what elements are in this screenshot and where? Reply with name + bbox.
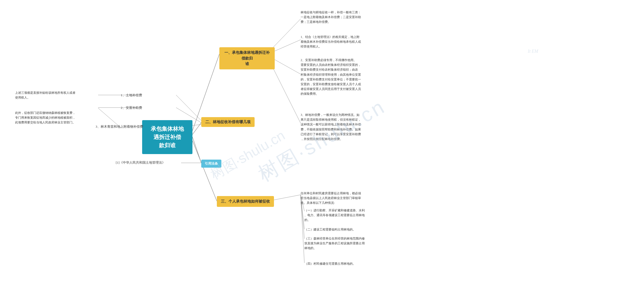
svg-line-2 (192, 137, 201, 163)
node2-label: 二、林地征收补偿有哪几项 (205, 120, 251, 124)
right-block5: 任何单位和村民建房需要征占用林地，都必须 经当地县级以上人民政府林业主管部门审核… (301, 191, 361, 206)
sub-item-seedling-fee: 3、林木青苗和地上附着物补偿费 (96, 124, 143, 129)
sub3-label: 3、林木青苗和地上附着物补偿费 (96, 125, 143, 128)
rblock4-label: 3、林地补偿费，一般来说分为两种情况。如 果只是流转取得林地使用权，但没有林权证… (301, 113, 361, 141)
sub1-label: 1、土地补偿费 (121, 93, 142, 97)
lefttext2-label: 此外，征收部门还应缴纳纳森林植被恢复费， 专门用来恢复因征地而减少的林地植被面积… (15, 111, 75, 124)
center-node: 承包集体林地遇拆迁补偿 款归谁 (142, 120, 192, 154)
em-text-label: It EM (528, 49, 538, 54)
right-block6: （一）进行勘察、开采矿藏和修建道路、水利 、电力、通讯等各项建设工程需要征占用林… (304, 208, 365, 223)
right-block3: 2、安置补助费必须专用，不得挪作他用。 需要安置的人员由农村集体经济组织安置的，… (301, 58, 361, 97)
svg-line-1 (192, 123, 201, 134)
svg-line-4 (176, 95, 201, 121)
sub-item-relocation-fee: 2、安置补助费 (121, 106, 142, 110)
left-text-block2: 此外，征收部门还应缴纳纳森林植被恢复费， 专门用来恢复因征地而减少的林地植被面积… (15, 111, 75, 125)
rblock7-label: （二）建设工程需要临时占用林地的。 (304, 228, 356, 231)
cite1-label: [1]《中华人民共和国土地管理法》 (116, 161, 165, 164)
node4-label: 三、个人承包林地如何被征收 (221, 199, 270, 203)
left-text-block1: 上述三项都是直接补贴给该林地所有权人或者 使用权人。 (15, 90, 75, 100)
node-section4: 三、个人承包林地如何被征收 (217, 196, 274, 207)
right-block7: （二）建设工程需要临时占用林地的。 (304, 227, 356, 232)
right-block8: （三）森林经营单位在所经营的林地范围内修 筑直接为林业生产服务的工程设施所需要占… (304, 236, 365, 251)
right-block2: 1、结合《土地管理法》的相关规定，地上附 着物及林木补偿费应当补偿给林地承包权人… (301, 35, 361, 49)
node-citation[interactable]: 引用法条 (201, 160, 221, 168)
rblock2-label: 1、结合《土地管理法》的相关规定，地上附 着物及林木补偿费应当补偿给林地承包权人… (301, 35, 361, 48)
rblock3-label: 2、安置补助费必须专用，不得挪作他用。 需要安置的人员由农村集体经济组织安置的，… (301, 58, 361, 96)
sub2-label: 2、安置补助费 (121, 106, 142, 110)
citation-text: [1]《中华人民共和国土地管理法》 (116, 160, 165, 165)
right-block4: 3、林地补偿费，一般来说分为两种情况。如 果只是流转取得林地使用权，但没有林权证… (301, 113, 361, 142)
node-section1: 一、承包集体林地遇拆迁补偿款归 谁 (219, 47, 275, 69)
right-block9: （四）村民修建住宅需要占用林地的。 (304, 261, 356, 266)
lefttext1-label: 上述三项都是直接补贴给该林地所有权人或者 使用权人。 (15, 91, 75, 99)
rblock5-label: 任何单位和村民建房需要征占用林地，都必须 经当地县级以上人民政府林业主管部门审核… (301, 192, 361, 205)
svg-line-3 (192, 141, 217, 201)
em-label: It EM (528, 49, 538, 54)
node1-label: 一、承包集体林地遇拆迁补偿款归 谁 (224, 51, 270, 66)
right-block1: 林地征收与耕地征收一样，补偿一般有三类： 一是地上附着物及林木补偿费；二是安置补… (301, 10, 361, 25)
rblock8-label: （三）森林经营单位在所经营的林地范围内修 筑直接为林业生产服务的工程设施所需要占… (304, 237, 365, 250)
center-node-label: 承包集体林地遇拆迁补偿 款归谁 (151, 126, 184, 149)
citation-label: 引用法条 (205, 162, 218, 165)
mind-map-canvas: 承包集体林地遇拆迁补偿 款归谁 一、承包集体林地遇拆迁补偿款归 谁 二、林地征收… (0, 0, 644, 281)
rblock1-label: 林地征收与耕地征收一样，补偿一般有三类： 一是地上附着物及林木补偿费；二是安置补… (301, 11, 361, 24)
watermark-text2: 树图·shulu.cn (208, 127, 288, 182)
rblock9-label: （四）村民修建住宅需要占用林地的。 (304, 262, 356, 265)
rblock6-label: （一）进行勘察、开采矿藏和修建道路、水利 、电力、通讯等各项建设工程需要征占用林… (304, 209, 365, 222)
node-section2: 二、林地征收补偿有哪几项 (201, 117, 255, 127)
sub-item-land-fee: 1、土地补偿费 (121, 93, 142, 98)
